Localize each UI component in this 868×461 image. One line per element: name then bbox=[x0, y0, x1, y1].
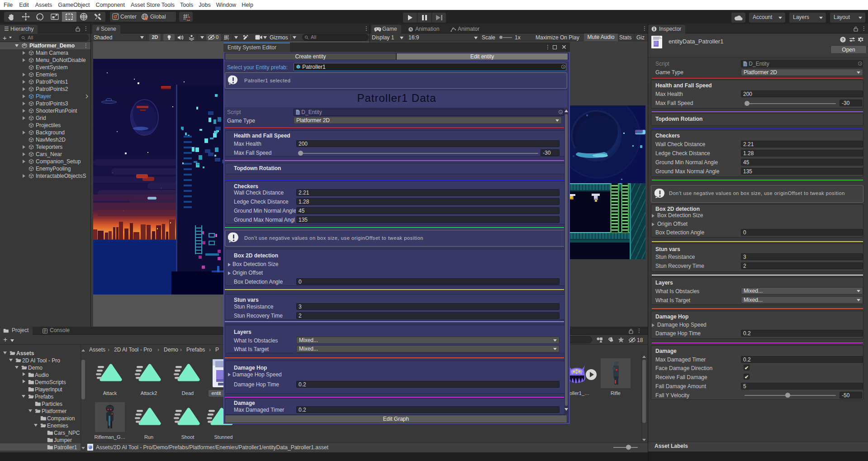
svg-text:?: ? bbox=[842, 38, 844, 42]
svg-text:Y: Y bbox=[227, 38, 229, 41]
